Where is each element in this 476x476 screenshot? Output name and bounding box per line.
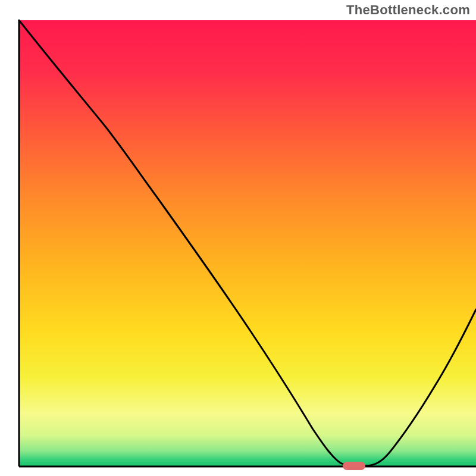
chart-container: TheBottleneck.com bbox=[0, 0, 476, 476]
sweet-spot-marker bbox=[343, 462, 365, 470]
watermark-text: TheBottleneck.com bbox=[346, 2, 470, 18]
bottleneck-chart bbox=[0, 0, 476, 476]
gradient-background bbox=[19, 20, 476, 466]
